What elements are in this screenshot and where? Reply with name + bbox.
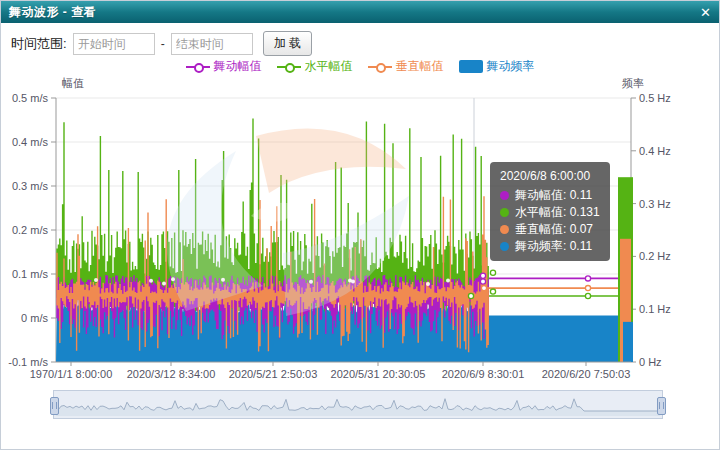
line-symbol-icon xyxy=(368,62,392,72)
dialog-window: 舞动波形 - 查看 ✕ 时间范围: - 加 载 舞动幅值水平幅值垂直幅值舞动频率… xyxy=(0,0,720,450)
left-axis-tick-label: 0.4 m/s xyxy=(12,136,49,148)
left-axis-tick-label: 0.1 m/s xyxy=(12,268,49,280)
series-dot-icon xyxy=(500,242,509,251)
chart-legend: 舞动幅值水平幅值垂直幅值舞动频率 xyxy=(1,58,719,75)
data-point-marker xyxy=(94,278,98,282)
dialog-titlebar[interactable]: 舞动波形 - 查看 ✕ xyxy=(1,1,719,23)
slider-handle-left[interactable] xyxy=(50,397,59,415)
left-axis-name: 幅值 xyxy=(62,77,84,89)
data-point-marker xyxy=(309,280,313,284)
legend-label: 舞动频率 xyxy=(487,58,535,75)
data-point-marker xyxy=(490,270,495,275)
bar-symbol-icon xyxy=(459,60,483,73)
dialog-title: 舞动波形 - 查看 xyxy=(9,4,96,21)
slider-handle-right[interactable] xyxy=(657,397,666,415)
data-point-marker xyxy=(171,277,175,281)
data-point-marker xyxy=(426,282,430,286)
right-axis-tick-label: 0 Hz xyxy=(639,356,662,368)
right-axis-tick-label: 0.3 Hz xyxy=(639,198,671,210)
data-point-marker xyxy=(468,293,473,298)
data-point-marker xyxy=(481,285,486,290)
data-point-marker xyxy=(480,273,485,278)
tooltip-row-text: 舞动幅值: 0.11 xyxy=(515,187,592,204)
datazoom-overview-waveform xyxy=(54,391,662,418)
data-point-marker xyxy=(480,279,485,284)
right-axis-tick-label: 0.1 Hz xyxy=(639,303,671,315)
right-axis-name: 频率 xyxy=(622,77,644,89)
tooltip-row: 垂直幅值: 0.07 xyxy=(500,221,600,238)
legend-item-galloping-amplitude[interactable]: 舞动幅值 xyxy=(186,58,262,75)
x-axis-tick-label: 1970/1/1 8:00:00 xyxy=(30,368,113,380)
watermark-logo-icon xyxy=(167,128,409,316)
right-axis-tick-label: 0.2 Hz xyxy=(639,250,671,262)
tooltip-row: 舞动幅值: 0.11 xyxy=(500,187,600,204)
time-range-label: 时间范围: xyxy=(11,35,67,53)
legend-label: 垂直幅值 xyxy=(396,58,444,75)
tooltip-row: 水平幅值: 0.131 xyxy=(500,204,600,221)
series-dot-icon xyxy=(500,191,509,200)
data-point-marker xyxy=(585,293,590,298)
legend-item-vertical-amplitude[interactable]: 垂直幅值 xyxy=(368,58,444,75)
line-symbol-icon xyxy=(277,62,301,72)
series-galloping-amplitude xyxy=(57,275,488,339)
end-bar-vertical-amplitude xyxy=(620,239,631,362)
datazoom-slider[interactable] xyxy=(53,390,663,419)
x-axis-tick-label: 2020/3/12 8:34:00 xyxy=(127,368,216,380)
tooltip-row: 舞动频率: 0.11 xyxy=(500,238,600,255)
x-axis-tick-label: 2020/5/31 20:30:05 xyxy=(331,368,426,380)
series-horizontal-amplitude xyxy=(57,118,488,318)
left-axis-tick-label: 0.5 m/s xyxy=(12,92,49,104)
legend-label: 水平幅值 xyxy=(305,58,353,75)
legend-label: 舞动幅值 xyxy=(214,58,262,75)
series-vertical-amplitude xyxy=(57,196,488,352)
data-point-marker xyxy=(585,285,590,290)
left-axis-tick-label: 0.2 m/s xyxy=(12,224,49,236)
data-point-marker xyxy=(351,280,355,284)
left-axis-tick-label: 0 m/s xyxy=(21,312,48,324)
series-galloping-frequency-area xyxy=(56,303,623,362)
range-separator: - xyxy=(161,37,165,51)
data-point-marker xyxy=(221,278,225,282)
series-dot-icon xyxy=(500,225,509,234)
x-axis-tick-label: 2020/6/20 7:50:03 xyxy=(542,368,631,380)
tooltip-row-text: 垂直幅值: 0.07 xyxy=(515,221,593,238)
data-point-marker xyxy=(490,289,495,294)
series-dot-icon xyxy=(500,208,509,217)
load-button[interactable]: 加 载 xyxy=(263,31,312,56)
tooltip-time: 2020/6/8 6:00:00 xyxy=(500,168,600,185)
start-time-input[interactable] xyxy=(73,33,155,55)
left-axis-tick-label: 0.3 m/s xyxy=(12,180,49,192)
data-point-marker xyxy=(162,281,166,285)
line-symbol-icon xyxy=(186,62,210,72)
close-icon[interactable]: ✕ xyxy=(700,6,711,19)
data-point-marker xyxy=(348,279,352,283)
x-axis-tick-label: 2020/5/21 2:50:03 xyxy=(229,368,318,380)
data-point-marker xyxy=(446,278,450,282)
legend-item-galloping-frequency[interactable]: 舞动频率 xyxy=(459,58,535,75)
legend-item-horizontal-amplitude[interactable]: 水平幅值 xyxy=(277,58,353,75)
data-point-marker xyxy=(585,276,590,281)
data-point-marker xyxy=(149,279,153,283)
right-axis-tick-label: 0.4 Hz xyxy=(639,145,671,157)
tooltip-row-text: 舞动频率: 0.11 xyxy=(515,238,592,255)
end-time-input[interactable] xyxy=(171,33,253,55)
end-bar-galloping-frequency xyxy=(623,322,633,362)
right-axis-tick-label: 0.5 Hz xyxy=(639,92,671,104)
time-range-toolbar: 时间范围: - 加 载 xyxy=(11,31,312,56)
chart-tooltip: 2020/6/8 6:00:00 舞动幅值: 0.11 水平幅值: 0.131 … xyxy=(490,162,610,261)
left-axis-tick-label: -0.1 m/s xyxy=(8,356,48,368)
end-bar-horizontal-amplitude xyxy=(618,177,633,362)
x-axis-tick-label: 2020/6/9 8:30:01 xyxy=(442,368,525,380)
tooltip-row-text: 水平幅值: 0.131 xyxy=(515,204,600,221)
